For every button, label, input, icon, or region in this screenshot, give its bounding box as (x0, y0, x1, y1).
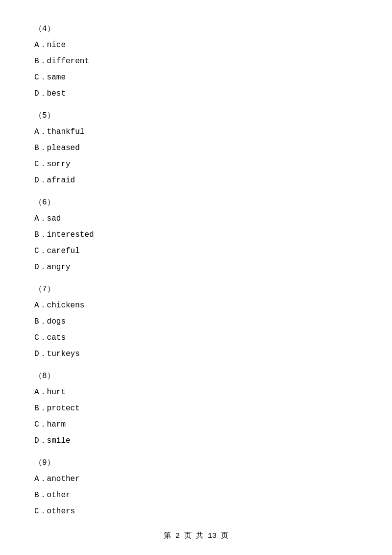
option-6-2[interactable]: C．careful (34, 244, 358, 258)
option-8-3[interactable]: D．smile (34, 433, 358, 448)
spacer (34, 189, 358, 193)
question-number-7: （7） (34, 284, 358, 294)
question-number-6: （6） (34, 197, 358, 207)
spacer (34, 363, 358, 367)
question-number-8: （8） (34, 371, 358, 381)
spacer (34, 450, 358, 454)
question-number-5: （5） (34, 110, 358, 121)
option-5-2[interactable]: C．sorry (34, 157, 358, 171)
spacer (34, 276, 358, 280)
option-4-3[interactable]: D．best (34, 86, 358, 101)
option-7-1[interactable]: B．dogs (34, 314, 358, 328)
page-content: （4）A．niceB．differentC．sameD．best（5）A．tha… (0, 0, 392, 554)
option-8-0[interactable]: A．hurt (34, 385, 358, 399)
option-6-1[interactable]: B．interested (34, 227, 358, 242)
option-7-2[interactable]: C．cats (34, 330, 358, 345)
option-5-0[interactable]: A．thankful (34, 125, 358, 139)
footer-text: 第 2 页 共 13 页 (164, 532, 228, 540)
option-5-1[interactable]: B．pleased (34, 141, 358, 155)
option-8-2[interactable]: C．harm (34, 417, 358, 431)
option-6-3[interactable]: D．angry (34, 260, 358, 274)
question-number-9: （9） (34, 457, 358, 468)
option-5-3[interactable]: D．afraid (34, 173, 358, 187)
option-8-1[interactable]: B．protect (34, 401, 358, 415)
spacer (34, 102, 358, 106)
page-footer: 第 2 页 共 13 页 (0, 531, 392, 540)
option-4-2[interactable]: C．same (34, 70, 358, 84)
question-number-4: （4） (34, 24, 358, 34)
option-6-0[interactable]: A．sad (34, 211, 358, 226)
option-4-0[interactable]: A．nice (34, 38, 358, 52)
option-4-1[interactable]: B．different (34, 54, 358, 68)
spacer (34, 520, 358, 524)
option-7-3[interactable]: D．turkeys (34, 347, 358, 361)
option-9-1[interactable]: B．other (34, 488, 358, 502)
option-9-0[interactable]: A．another (34, 472, 358, 486)
option-7-0[interactable]: A．chickens (34, 298, 358, 312)
option-9-2[interactable]: C．others (34, 504, 358, 518)
